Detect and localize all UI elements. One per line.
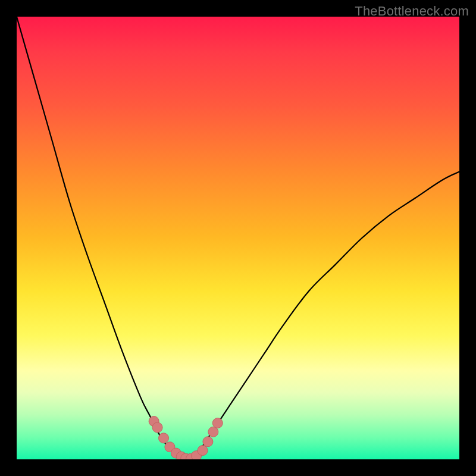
curves-svg bbox=[17, 17, 459, 459]
marker-dot bbox=[208, 427, 218, 437]
plot-area bbox=[17, 17, 459, 459]
marker-dot bbox=[212, 418, 223, 428]
markers bbox=[149, 416, 223, 459]
curve-right bbox=[194, 171, 459, 455]
curve-left bbox=[17, 17, 185, 459]
marker-dot bbox=[152, 422, 162, 433]
watermark-text: TheBottleneck.com bbox=[355, 4, 469, 19]
marker-dot bbox=[159, 433, 169, 443]
frame-black: TheBottleneck.com bbox=[0, 0, 476, 476]
marker-dot bbox=[203, 437, 213, 447]
marker-dot bbox=[198, 446, 208, 456]
